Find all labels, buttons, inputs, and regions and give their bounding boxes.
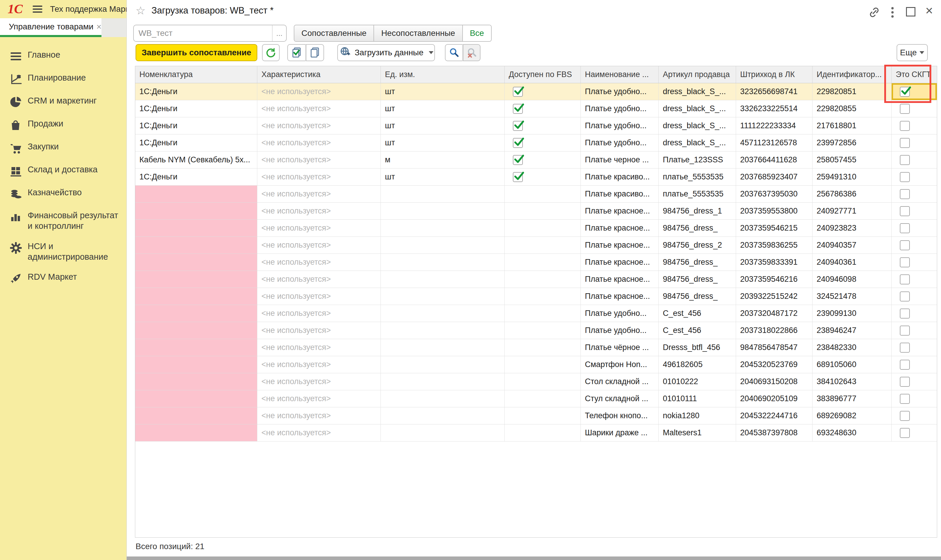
- tab-close-icon[interactable]: ×: [97, 22, 102, 32]
- fbs-checkbox-checked[interactable]: [513, 155, 523, 165]
- column-header[interactable]: Идентификатор...: [812, 66, 892, 83]
- cell-nomenclature: 1С:Деньги: [135, 134, 257, 151]
- table-row[interactable]: <не используется>Платье красное...984756…: [135, 237, 937, 254]
- skgt-checkbox-unchecked[interactable]: [900, 343, 910, 353]
- tab-goods-management[interactable]: Управление товарами ×: [0, 18, 101, 37]
- check-all-icon-button[interactable]: [287, 44, 306, 61]
- fbs-checkbox-checked[interactable]: [513, 104, 523, 114]
- load-data-button[interactable]: Загрузить данные: [337, 44, 435, 61]
- skgt-checkbox-unchecked[interactable]: [900, 240, 910, 250]
- column-header[interactable]: Артикул продавца: [659, 66, 736, 83]
- sidebar-item[interactable]: НСИ и администрирование: [0, 236, 126, 267]
- cell-name: Платье красное...: [581, 254, 659, 271]
- fbs-checkbox-checked[interactable]: [513, 138, 523, 148]
- table-row[interactable]: <не используется>Стул складной ...010101…: [135, 390, 937, 407]
- skgt-checkbox-unchecked[interactable]: [900, 257, 910, 267]
- sidebar-item[interactable]: RDV Маркет: [0, 267, 126, 290]
- skgt-checkbox-checked[interactable]: [900, 87, 910, 97]
- maximize-icon[interactable]: [906, 7, 915, 17]
- skgt-checkbox-unchecked[interactable]: [900, 274, 910, 285]
- cell-fbs: [504, 373, 581, 390]
- table-row[interactable]: <не используется>Платье красное...984756…: [135, 220, 937, 237]
- table-row[interactable]: <не используется>Стол складной ...010102…: [135, 373, 937, 390]
- search-input[interactable]: WB_тест ...: [133, 25, 287, 42]
- skgt-checkbox-unchecked[interactable]: [900, 206, 910, 216]
- link-icon[interactable]: [868, 6, 881, 20]
- skgt-checkbox-unchecked[interactable]: [900, 291, 910, 302]
- skgt-checkbox-unchecked[interactable]: [900, 326, 910, 335]
- sidebar-item[interactable]: Планирование: [0, 68, 126, 91]
- table-row[interactable]: <не используется>Платье удобно...C_est_4…: [135, 305, 937, 322]
- close-icon[interactable]: ×: [926, 6, 933, 15]
- page-title: Загрузка товаров: WB_тест *: [151, 5, 274, 16]
- table-row[interactable]: <не используется>Платье красное...984756…: [135, 254, 937, 271]
- skgt-checkbox-unchecked[interactable]: [900, 104, 910, 114]
- fbs-checkbox-checked[interactable]: [513, 172, 523, 182]
- skgt-checkbox-unchecked[interactable]: [900, 377, 910, 387]
- sidebar-item[interactable]: CRM и маркетинг: [0, 91, 126, 114]
- favorite-star-icon[interactable]: ☆: [135, 4, 146, 17]
- column-header[interactable]: Ед. изм.: [381, 66, 504, 83]
- table-row[interactable]: <не используется>Платье красиво...платье…: [135, 186, 937, 203]
- skgt-checkbox-unchecked[interactable]: [900, 394, 910, 404]
- filter-toggle-option[interactable]: Несопоставленные: [374, 25, 463, 41]
- column-header[interactable]: Штрихкод в ЛК: [736, 66, 812, 83]
- table-row[interactable]: 1С:Деньги<не используется>штПлатье краси…: [135, 169, 937, 186]
- filter-toggle-option[interactable]: Сопоставленные: [294, 25, 374, 41]
- main-menu-icon[interactable]: [33, 6, 42, 13]
- search-button[interactable]: [445, 44, 463, 61]
- table-row[interactable]: <не используется>Платье красное...984756…: [135, 203, 937, 220]
- table-row[interactable]: Кабель NYM (Севкабель) 5х...<не использу…: [135, 151, 937, 169]
- table-row[interactable]: <не используется>Платье красное...984756…: [135, 271, 937, 288]
- sidebar-item[interactable]: Закупки: [0, 137, 126, 159]
- sidebar-item-label: Казначейство: [28, 187, 119, 198]
- skgt-checkbox-unchecked[interactable]: [900, 360, 910, 370]
- skgt-checkbox-unchecked[interactable]: [900, 121, 910, 131]
- cell-skgt: [892, 220, 937, 237]
- cell-unit: [381, 425, 504, 441]
- sidebar-item[interactable]: Продажи: [0, 114, 126, 137]
- column-header[interactable]: Наименование ...: [581, 66, 659, 83]
- sidebar-item[interactable]: Финансовый результат и контроллинг: [0, 205, 126, 236]
- skgt-checkbox-unchecked[interactable]: [900, 172, 910, 182]
- uncheck-all-icon-button[interactable]: [306, 44, 324, 61]
- cell-barcode: 1111222233334: [736, 117, 812, 134]
- fbs-checkbox-checked[interactable]: [513, 87, 523, 97]
- cell-characteristic: <не используется>: [257, 220, 381, 237]
- fbs-checkbox-checked[interactable]: [513, 121, 523, 131]
- cell-article: nokia1280: [659, 407, 736, 424]
- cell-unit: [381, 203, 504, 219]
- filter-toggle-active[interactable]: Все: [463, 25, 491, 41]
- column-header[interactable]: Доступен по FBS: [504, 66, 581, 83]
- cell-fbs: [504, 220, 581, 237]
- sidebar-item[interactable]: Главное: [0, 45, 126, 68]
- table-row[interactable]: <не используется>Платье удобно...C_est_4…: [135, 322, 937, 339]
- more-button[interactable]: Еще: [896, 44, 928, 61]
- cell-name: Платье черное ...: [581, 151, 659, 168]
- table-row[interactable]: <не используется>Смартфон Hon...49618260…: [135, 356, 937, 373]
- table-row[interactable]: 1С:Деньги<не используется>штПлатье удобн…: [135, 83, 937, 100]
- kebab-menu-icon[interactable]: [891, 7, 894, 19]
- table-row[interactable]: <не используется>Телефон кнопо...nokia12…: [135, 407, 937, 425]
- skgt-checkbox-unchecked[interactable]: [900, 223, 910, 233]
- column-header[interactable]: Номенклатура: [135, 66, 257, 83]
- skgt-checkbox-unchecked[interactable]: [900, 411, 910, 421]
- refresh-button[interactable]: [262, 44, 280, 61]
- table-row[interactable]: 1С:Деньги<не используется>штПлатье удобн…: [135, 100, 937, 117]
- table-row[interactable]: <не используется>Шарики драже ...Maltese…: [135, 425, 937, 442]
- choose-button[interactable]: ...: [272, 25, 286, 41]
- skgt-checkbox-unchecked[interactable]: [900, 428, 910, 438]
- table-row[interactable]: 1С:Деньги<не используется>штПлатье удобн…: [135, 134, 937, 151]
- table-row[interactable]: <не используется>Платье чёрное ...Dresss…: [135, 339, 937, 356]
- skgt-checkbox-unchecked[interactable]: [900, 189, 910, 199]
- column-header[interactable]: Характеристика: [257, 66, 381, 83]
- sidebar-item[interactable]: Склад и доставка: [0, 159, 126, 182]
- table-row[interactable]: 1С:Деньги<не используется>штПлатье удобн…: [135, 117, 937, 134]
- sidebar-item[interactable]: Казначейство: [0, 182, 126, 205]
- finish-matching-button[interactable]: Завершить сопоставление: [135, 44, 257, 61]
- skgt-checkbox-unchecked[interactable]: [900, 155, 910, 165]
- skgt-checkbox-unchecked[interactable]: [900, 138, 910, 148]
- skgt-checkbox-unchecked[interactable]: [900, 309, 910, 318]
- column-header[interactable]: Это СКГТ: [892, 66, 937, 83]
- table-row[interactable]: <не используется>Платье красное...984756…: [135, 288, 937, 305]
